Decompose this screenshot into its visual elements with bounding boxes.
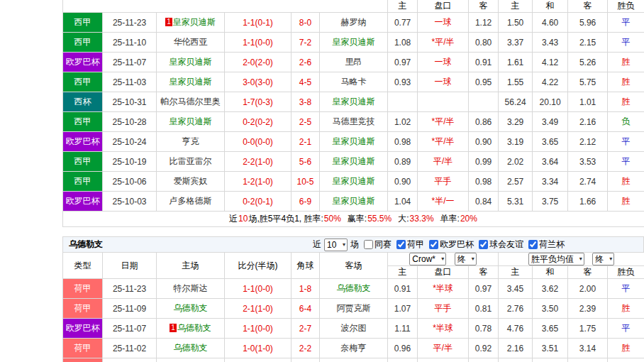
knvb-cup-checkbox[interactable] (528, 240, 538, 249)
bookmaker-select[interactable]: Crow* (409, 253, 446, 265)
final-odds-select[interactable]: 终 (455, 253, 477, 265)
same-competition-checkbox[interactable] (364, 240, 373, 249)
team-title[interactable]: 乌德勒支 (63, 238, 313, 251)
score-link[interactable] (225, 358, 292, 362)
home-team-link[interactable]: 乌德勒支 (174, 343, 208, 353)
league-badge: 欧罗巴杯 (63, 319, 103, 339)
away-team-link[interactable]: 乌德勒支 (337, 283, 371, 293)
home-team-link[interactable]: 皇家贝迪斯 (170, 116, 212, 126)
eredivisie-checkbox[interactable] (396, 240, 406, 249)
away-team-link[interactable]: 阿贾克斯 (337, 303, 371, 313)
home-team-link[interactable]: 乌德勒支 (177, 323, 211, 333)
euro-win-odds: 4.76 (499, 319, 533, 339)
home-team-link[interactable]: 皇家贝迪斯 (173, 17, 216, 27)
euro-lose-odds: 5.26 (568, 53, 608, 72)
result-cell: 平 (608, 152, 644, 172)
away-team-link[interactable]: 赫罗纳 (341, 17, 367, 27)
match-row: 荷甲 25-11-02 乌德勒支 1-0(1-0) 2-2 奈梅亨 0.96 平… (63, 339, 644, 358)
home-team-cell: 特尔斯达 (157, 279, 225, 299)
away-team-link[interactable]: 皇家贝迪斯 (333, 196, 375, 206)
europa-league-checkbox[interactable] (429, 240, 438, 249)
league-badge: 欧罗巴杯 (63, 132, 103, 152)
away-team-link[interactable]: 马略卡 (341, 77, 367, 87)
home-team-link[interactable]: 爱斯宾奴 (174, 176, 208, 186)
score-link[interactable]: 1-7(0-3) (225, 92, 292, 112)
final-odds-select-wrap: 终▾ (455, 253, 477, 265)
score-link[interactable]: 0-2(0-2) (225, 112, 292, 132)
score-link[interactable]: 2-0(2-0) (225, 53, 292, 72)
result-cell: 平 (608, 132, 644, 152)
score-link[interactable]: 1-1(0-0) (225, 33, 292, 53)
col-euro-draw: 和 (533, 0, 568, 13)
euro-win-odds: 3.19 (499, 132, 533, 152)
match-date: 25-11-23 (103, 279, 157, 299)
match-row-partial: 荷甲 乌德勒支 (63, 358, 644, 362)
away-team-link[interactable]: 皇家贝迪斯 (333, 136, 375, 146)
avg-odds-select[interactable]: 胜平负均值 (528, 253, 584, 265)
away-team-cell: 奈梅亨 (320, 339, 388, 358)
corners: 8-0 (292, 13, 320, 33)
score-link[interactable]: 2-2(1-0) (225, 152, 292, 172)
recent-count-select[interactable]: 10 (324, 238, 348, 251)
result-cell: 负 (608, 112, 644, 132)
home-team-cell: 乌德勒支 (157, 299, 225, 319)
score-link[interactable]: 1-1(0-1) (225, 13, 292, 33)
away-team-link[interactable]: 马德里竞技 (333, 116, 375, 126)
home-team-link[interactable]: 皇家贝迪斯 (170, 57, 212, 67)
match-date: 25-11-02 (103, 339, 157, 358)
home-team-link[interactable]: 比雷亚雷尔 (170, 156, 212, 166)
asian-handicap (418, 92, 469, 112)
corners: 6-4 (292, 299, 320, 319)
bookmaker-select-wrap: Crow*▾ (409, 253, 446, 265)
home-team-link[interactable]: 卢多格德斯 (170, 196, 212, 206)
score-link[interactable]: 1-0(1-0) (225, 339, 292, 358)
score-link[interactable]: 3-0(3-0) (225, 72, 292, 92)
away-team-cell: 皇家贝迪斯 (320, 33, 388, 53)
away-team-link[interactable]: 皇家贝迪斯 (333, 156, 375, 166)
header-spacer (63, 0, 388, 13)
club-friendly-checkbox[interactable] (479, 240, 488, 249)
result-cell: 胜 (608, 72, 644, 92)
final-euro-select[interactable]: 终 (592, 253, 614, 265)
home-team-link[interactable]: 特尔斯达 (174, 283, 208, 293)
corners: 6-9 (292, 192, 320, 212)
asian-handicap: 平/半 (418, 339, 469, 358)
score-link[interactable]: 1-1(0-0) (225, 279, 292, 299)
match-row: 西甲 25-10-19 比雷亚雷尔 2-2(1-0) 5-6 皇家贝迪斯 0.8… (63, 152, 644, 172)
away-team-cell: 皇家贝迪斯 (320, 92, 388, 112)
away-team-link[interactable]: 皇家贝迪斯 (333, 176, 375, 186)
filter-knvb-cup[interactable]: 荷兰杯 (528, 238, 565, 251)
home-team-link[interactable]: 皇家贝迪斯 (170, 77, 212, 87)
score-link[interactable]: 2-1(1-0) (225, 299, 292, 319)
away-team-link[interactable]: 里昂 (345, 57, 362, 67)
home-team-link[interactable]: 亨克 (182, 136, 199, 146)
filter-eredivisie[interactable]: 荷甲 (396, 238, 424, 251)
corners: 2-5 (292, 112, 320, 132)
euro-lose-odds: 3.53 (568, 152, 608, 172)
asian-odds-controls: Crow*▾ 终▾ (388, 253, 499, 266)
home-team-link[interactable]: 帕尔马德尔里奥 (161, 97, 221, 106)
match-row: 欧罗巴杯 25-11-07 皇家贝迪斯 2-0(2-0) 2-6 里昂 0.97… (63, 53, 644, 72)
euro-lose-odds: 2.15 (568, 33, 608, 53)
away-team-link[interactable]: 皇家贝迪斯 (333, 97, 375, 106)
asian-away-odds: 1.12 (469, 13, 499, 33)
away-team-link[interactable]: 奈梅亨 (341, 343, 367, 353)
away-team-link[interactable]: 波尔图 (341, 323, 367, 333)
match-row: 西甲 25-11-10 华伦西亚 1-1(0-0) 7-2 皇家贝迪斯 1.08… (63, 33, 644, 53)
match-row: 欧罗巴杯 25-11-07 1乌德勒支 1-1(0-0) 2-7 波尔图 1.1… (63, 319, 644, 339)
final-euro-select-wrap: 终▾ (592, 253, 614, 265)
filter-club-friendly[interactable]: 球会友谊 (479, 238, 523, 251)
col-home: 主场 (157, 253, 225, 279)
home-team-link[interactable]: 华伦西亚 (174, 37, 208, 47)
score-link[interactable]: 0-0(0-0) (225, 132, 292, 152)
filter-europa-league[interactable]: 欧罗巴杯 (429, 238, 474, 251)
score-link[interactable]: 1-2(1-0) (225, 172, 292, 192)
home-team-cell: 1皇家贝迪斯 (157, 13, 225, 33)
home-team-link[interactable]: 乌德勒支 (174, 303, 208, 313)
asian-away-odds: 0.90 (469, 132, 499, 152)
score-link[interactable]: 0-2(0-1) (225, 192, 292, 212)
score-link[interactable]: 1-1(0-0) (225, 319, 292, 339)
away-team-link[interactable]: 皇家贝迪斯 (333, 37, 375, 47)
filter-same-competition[interactable]: 同赛 (364, 238, 392, 251)
asian-home-odds: 0.98 (388, 132, 418, 152)
